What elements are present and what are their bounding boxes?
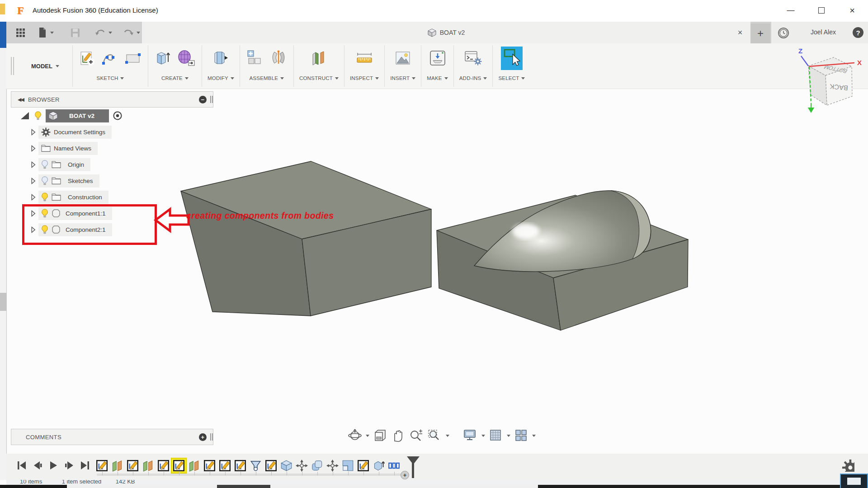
timeline-feature-sketch[interactable] <box>218 459 232 473</box>
extrude-icon[interactable] <box>154 48 172 68</box>
pan-icon[interactable] <box>391 428 405 443</box>
timeline-feature-revolve[interactable] <box>249 459 263 473</box>
browser-root-row[interactable]: BOAT v2 <box>20 109 123 122</box>
browser-panel-header[interactable]: ◀◀ BROWSER − <box>11 91 213 108</box>
rectangle-icon[interactable] <box>123 49 142 67</box>
go-to-end-button[interactable] <box>80 460 90 471</box>
construct-dropdown[interactable]: CONSTRUCT <box>299 73 339 83</box>
panel-resize-handle[interactable] <box>210 96 213 103</box>
assemble-dropdown[interactable]: ASSEMBLE <box>250 73 284 83</box>
timeline-feature-sketch[interactable] <box>356 459 370 473</box>
dropdown-caret-icon[interactable] <box>532 435 536 437</box>
select-dropdown[interactable]: SELECT <box>498 73 525 83</box>
3d-viewport[interactable] <box>6 89 868 454</box>
go-to-start-button[interactable] <box>16 460 27 471</box>
timeline-feature-split[interactable] <box>341 459 355 473</box>
timeline-feature-sketch-highlighted[interactable] <box>172 459 186 473</box>
step-forward-button[interactable] <box>64 460 75 471</box>
insert-canvas-icon[interactable] <box>393 48 413 68</box>
create-dropdown[interactable]: CREATE <box>161 73 189 83</box>
measure-icon[interactable] <box>354 48 374 68</box>
timeline-feature-move[interactable] <box>295 459 309 473</box>
browser-item-document-settings[interactable]: Document Settings <box>31 125 112 139</box>
collapse-caret-icon[interactable] <box>20 111 30 120</box>
modify-dropdown[interactable]: MODIFY <box>208 73 234 83</box>
dropdown-caret-icon[interactable] <box>366 435 369 437</box>
dropdown-caret-icon[interactable] <box>446 435 449 437</box>
timeline-feature-extrude[interactable] <box>372 459 386 473</box>
panel-resize-handle[interactable] <box>210 433 213 441</box>
inspect-dropdown[interactable]: INSPECT <box>350 73 379 83</box>
bulb-off-icon[interactable] <box>41 160 48 169</box>
play-button[interactable] <box>48 460 59 471</box>
addins-dropdown[interactable]: ADD-INS <box>459 73 487 83</box>
expand-caret-icon[interactable] <box>31 194 36 201</box>
expand-caret-icon[interactable] <box>31 129 36 136</box>
timeline-feature-sketch[interactable] <box>126 459 140 473</box>
browser-item-sketches[interactable]: Sketches <box>31 174 99 188</box>
bulb-off-icon[interactable] <box>41 176 48 186</box>
redo-button[interactable] <box>123 26 140 39</box>
timeline-feature-component-group[interactable] <box>387 459 401 473</box>
create-sketch-icon[interactable] <box>78 49 96 67</box>
orbit-icon[interactable] <box>348 428 362 443</box>
user-account-button[interactable]: Joel Alex <box>798 28 848 36</box>
app-grid-icon[interactable] <box>16 26 25 39</box>
close-button[interactable]: × <box>842 3 863 18</box>
press-pull-icon[interactable] <box>211 48 230 68</box>
comments-panel-header[interactable]: COMMENTS + <box>11 429 213 445</box>
make-dropdown[interactable]: MAKE <box>427 73 448 83</box>
construction-plane-icon[interactable] <box>309 48 328 68</box>
collapse-panel-icon[interactable]: ◀◀ <box>18 97 24 103</box>
window-zoom-icon[interactable] <box>427 428 442 443</box>
spline-icon[interactable] <box>101 49 119 67</box>
maximize-button[interactable] <box>811 3 832 18</box>
grid-snap-icon[interactable] <box>489 428 503 443</box>
select-tool-button[interactable] <box>501 47 523 70</box>
expand-caret-icon[interactable] <box>31 145 36 152</box>
timeline-feature-sketch[interactable] <box>156 459 170 473</box>
timeline-track[interactable] <box>97 474 404 476</box>
look-at-icon[interactable] <box>373 428 387 443</box>
expand-caret-icon[interactable] <box>31 161 36 168</box>
sketch-dropdown[interactable]: SKETCH <box>97 73 124 83</box>
bulb-on-icon[interactable] <box>41 192 48 202</box>
timeline-feature-plane[interactable] <box>141 459 155 473</box>
collapse-browser-button[interactable]: − <box>199 96 207 103</box>
minimize-button[interactable]: — <box>780 3 801 18</box>
timeline-feature-move[interactable] <box>326 459 340 473</box>
timeline-feature-plane[interactable] <box>187 459 201 473</box>
viewports-icon[interactable] <box>514 428 528 443</box>
new-tab-button[interactable]: + <box>750 23 770 43</box>
step-back-button[interactable] <box>32 460 43 471</box>
timeline-feature-sketch[interactable] <box>264 459 278 473</box>
dropdown-caret-icon[interactable] <box>481 435 485 437</box>
timeline-feature-copy[interactable] <box>310 459 324 473</box>
help-button[interactable]: ? <box>853 27 863 38</box>
browser-item-construction[interactable]: Construction <box>31 190 108 204</box>
form-icon[interactable] <box>176 48 196 68</box>
3d-print-icon[interactable] <box>428 48 448 68</box>
expand-caret-icon[interactable] <box>31 178 36 184</box>
timeline-feature-sketch[interactable] <box>233 459 247 473</box>
save-button[interactable] <box>71 26 80 39</box>
insert-dropdown[interactable]: INSERT <box>390 73 415 83</box>
timeline-settings-gear-icon[interactable] <box>842 459 854 472</box>
workspace-switcher[interactable]: MODEL <box>18 43 72 89</box>
close-tab-button[interactable]: × <box>733 26 747 39</box>
timeline-playhead-marker[interactable] <box>407 456 420 465</box>
new-component-icon[interactable] <box>245 48 264 68</box>
undo-button[interactable] <box>95 26 112 39</box>
file-menu-button[interactable] <box>38 26 54 39</box>
timeline-feature-plane[interactable] <box>110 459 124 473</box>
dropdown-caret-icon[interactable] <box>507 435 510 437</box>
document-tab[interactable]: BOAT v2 <box>142 22 750 43</box>
scripts-addins-icon[interactable] <box>463 48 484 68</box>
timeline-feature-sketch[interactable] <box>203 459 217 473</box>
view-cube[interactable]: BOTTOM BACK Z X <box>794 45 863 115</box>
browser-item-named-views[interactable]: Named Views <box>31 141 98 155</box>
activate-component-radio[interactable] <box>113 111 123 121</box>
bulb-on-icon[interactable] <box>34 111 42 121</box>
toolbar-drag-handle[interactable] <box>6 43 18 89</box>
root-component-chip[interactable]: BOAT v2 <box>46 109 109 122</box>
